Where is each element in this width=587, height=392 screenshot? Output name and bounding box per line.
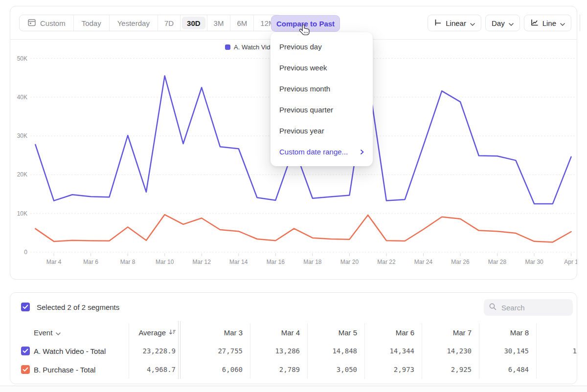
menu-item-previous-day[interactable]: Previous day — [271, 36, 373, 57]
table-row — [21, 360, 34, 379]
row-b-event-name[interactable]: B. Purchase - Total — [34, 360, 129, 379]
svg-text:50K: 50K — [17, 55, 27, 62]
svg-text:Mar 10: Mar 10 — [156, 259, 174, 265]
segments-table: Event Average Mar 3 Mar 4 Mar 5 Mar 6 Ma… — [10, 323, 577, 379]
range-button-yesterday[interactable]: Yesterday — [110, 15, 158, 31]
svg-text:Mar 8: Mar 8 — [120, 259, 135, 265]
row-a-average: 23,228.9 — [129, 342, 180, 360]
chart-options-group: Linear Day — [428, 15, 571, 31]
row-a-mar-3: 27,755 — [180, 342, 250, 360]
chevron-down-icon — [470, 19, 475, 27]
range-label-custom: Custom — [40, 19, 66, 27]
calendar-icon — [27, 18, 36, 28]
svg-text:Mar 12: Mar 12 — [193, 259, 211, 265]
date-range-group: Custom Today Yesterday 7D 30D 3M 6M 12M — [19, 15, 281, 31]
chart-type-select-button[interactable]: Line — [524, 15, 571, 31]
svg-text:Mar 6: Mar 6 — [83, 259, 98, 265]
row-b-mar-6: 2,973 — [364, 360, 422, 379]
row-a-checkbox[interactable] — [21, 347, 30, 355]
check-icon — [23, 367, 28, 372]
col-header-mar-4: Mar 4 — [250, 323, 307, 342]
row-b-average: 4,968.7 — [129, 360, 180, 379]
col-header-mar-8: Mar 8 — [479, 323, 536, 342]
select-all-checkbox[interactable] — [21, 303, 30, 311]
row-a-mar-9: 15,532 — [536, 342, 577, 360]
chevron-down-icon — [509, 19, 514, 27]
svg-text:Mar 26: Mar 26 — [451, 259, 470, 265]
range-button-30d[interactable]: 30D — [182, 17, 205, 29]
toolbar-edge-divider — [580, 15, 580, 31]
sort-descending-icon — [169, 328, 176, 337]
svg-text:Mar 28: Mar 28 — [488, 259, 507, 265]
range-button-custom[interactable]: Custom — [20, 15, 74, 31]
col-header-mar-6: Mar 6 — [364, 323, 422, 342]
row-a-mar-6: 14,344 — [364, 342, 422, 360]
svg-text:Mar 4: Mar 4 — [46, 259, 62, 265]
svg-text:40K: 40K — [17, 94, 27, 101]
interval-select-button[interactable]: Day — [485, 15, 520, 31]
line-chart-icon — [530, 19, 539, 28]
menu-item-previous-year[interactable]: Previous year — [271, 120, 373, 141]
scale-select-button[interactable]: Linear — [428, 15, 481, 31]
segments-table-card: Selected 2 of 2 segments Event Average — [10, 292, 577, 384]
compare-to-past-button[interactable]: Compare to Past — [271, 15, 340, 32]
average-column-header[interactable]: Average — [129, 323, 180, 342]
event-column-header[interactable]: Event — [34, 323, 129, 342]
svg-text:10K: 10K — [17, 210, 27, 217]
range-button-7d[interactable]: 7D — [158, 15, 181, 31]
check-icon — [23, 305, 28, 309]
row-b-mar-3: 6,060 — [180, 360, 250, 379]
row-a-mar-4: 13,286 — [250, 342, 307, 360]
search-icon — [489, 303, 497, 313]
menu-item-previous-month[interactable]: Previous month — [271, 78, 373, 99]
legend-item-watch-video[interactable]: A. Watch Video — [225, 44, 277, 51]
col-header-mar-5: Mar 5 — [307, 323, 364, 342]
range-button-today[interactable]: Today — [74, 15, 110, 31]
row-b-mar-5: 3,050 — [307, 360, 364, 379]
analytics-page: Custom Today Yesterday 7D 30D 3M 6M 12M … — [0, 0, 587, 392]
row-a-event-name[interactable]: A. Watch Video - Total — [34, 342, 129, 360]
chevron-right-icon — [361, 148, 364, 156]
chevron-down-icon — [560, 19, 565, 27]
range-button-3m[interactable]: 3M — [207, 15, 231, 31]
svg-text:Mar 22: Mar 22 — [377, 259, 396, 265]
table-row — [21, 342, 34, 360]
row-b-mar-9: 3,052 — [536, 360, 577, 379]
svg-text:Mar 30: Mar 30 — [525, 259, 543, 265]
segments-header-row: Selected 2 of 2 segments — [21, 303, 119, 311]
svg-text:Mar 18: Mar 18 — [303, 259, 322, 265]
row-a-mar-7: 14,230 — [422, 342, 479, 360]
row-b-mar-4: 2,789 — [250, 360, 307, 379]
row-b-mar-7: 2,925 — [422, 360, 479, 379]
search-box — [484, 299, 573, 316]
col-header-mar-7: Mar 7 — [422, 323, 479, 342]
range-button-6m[interactable]: 6M — [230, 15, 254, 31]
col-header-mar-3: Mar 3 — [180, 323, 250, 342]
svg-text:Mar 14: Mar 14 — [229, 259, 248, 265]
compare-dropdown-menu: Previous day Previous week Previous mont… — [271, 32, 373, 166]
col-header-mar-9: Mar 9 — [536, 323, 577, 342]
menu-item-custom-date-range[interactable]: Custom date range... — [271, 141, 373, 162]
row-a-mar-5: 14,848 — [307, 342, 364, 360]
row-b-checkbox[interactable] — [21, 365, 30, 374]
series-a-swatch — [225, 44, 230, 50]
chevron-down-icon — [56, 328, 61, 337]
svg-text:Mar 24: Mar 24 — [414, 259, 433, 265]
menu-item-previous-quarter[interactable]: Previous quarter — [271, 99, 373, 120]
svg-text:Mar 20: Mar 20 — [340, 259, 359, 265]
search-input[interactable] — [501, 304, 565, 312]
svg-text:Mar 16: Mar 16 — [267, 259, 285, 265]
linear-scale-icon — [434, 19, 442, 28]
menu-item-previous-week[interactable]: Previous week — [271, 57, 373, 78]
svg-text:20K: 20K — [17, 171, 27, 178]
svg-text:0: 0 — [24, 249, 27, 256]
svg-text:30K: 30K — [17, 132, 27, 139]
row-b-mar-8: 6,484 — [479, 360, 536, 379]
page-bottom-edge — [0, 386, 587, 392]
svg-text:Apr 1: Apr 1 — [564, 259, 577, 265]
row-a-mar-8: 30,145 — [479, 342, 536, 360]
segments-selected-label: Selected 2 of 2 segments — [37, 303, 119, 311]
check-icon — [23, 348, 28, 353]
